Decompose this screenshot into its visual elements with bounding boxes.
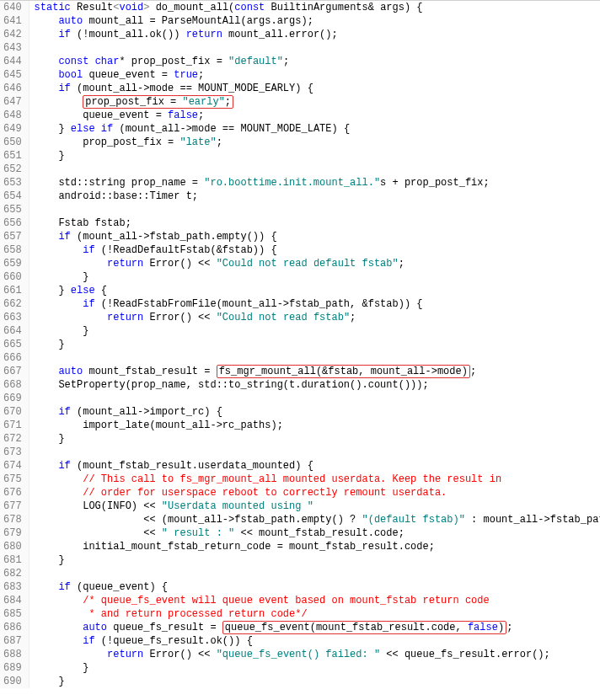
line-number: 683 — [3, 580, 22, 594]
line-number: 658 — [3, 243, 22, 257]
code-token — [35, 15, 59, 27]
code-line: prop_post_fix = "early"; — [35, 95, 600, 109]
code-token: ; — [283, 56, 289, 67]
code-token: if — [83, 635, 94, 647]
code-line: // This call to fs_mgr_mount_all mounted… — [35, 473, 600, 486]
code-token: android::base::Timer t; — [35, 190, 198, 202]
code-line: return Error() << "Could not read defaul… — [35, 257, 600, 270]
code-token: ; — [506, 622, 512, 633]
line-number: 640 — [3, 1, 22, 14]
code-line: if (queue_event) { — [35, 580, 600, 594]
line-number: 685 — [3, 607, 22, 621]
code-line: queue_event = false; — [35, 109, 600, 122]
code-token: return — [107, 258, 143, 270]
code-token: auto — [58, 15, 83, 27]
line-number: 642 — [3, 28, 22, 41]
code-token — [35, 649, 107, 660]
code-line: return Error() << "queue_fs_event() fail… — [35, 648, 600, 661]
code-line: if (!ReadFstabFromFile(mount_all->fstab_… — [35, 297, 600, 311]
code-token: else — [71, 285, 95, 297]
code-token: BuiltinArguments& args) { — [265, 2, 422, 13]
line-number: 676 — [3, 486, 22, 500]
line-number: 681 — [3, 553, 22, 567]
code-line: } else if (mount_all->mode == MOUNT_MODE… — [35, 122, 600, 136]
code-line: auto mount_all = ParseMountAll(args.args… — [35, 14, 600, 28]
code-token — [35, 298, 83, 310]
code-token: { — [95, 285, 107, 297]
code-token: } — [35, 325, 89, 337]
code-token: * and return processed return code*/ — [88, 608, 307, 620]
code-token: s + prop_post_fix; — [380, 177, 490, 189]
line-number: 679 — [3, 526, 22, 540]
line-number: 665 — [3, 338, 22, 351]
code-line: if (mount_fstab_result.userdata_mounted)… — [35, 459, 600, 473]
line-number: 652 — [3, 163, 22, 176]
code-token: return — [186, 29, 222, 40]
code-line: return Error() << "Could not read fstab"… — [35, 311, 600, 324]
code-line — [35, 41, 600, 55]
line-number: 675 — [3, 473, 22, 486]
code-token: "ro.boottime.init.mount_all." — [204, 177, 380, 189]
line-number: 655 — [3, 203, 22, 216]
code-token: mount_fstab_result = — [83, 366, 216, 377]
line-number: 662 — [3, 297, 22, 311]
line-number: 682 — [3, 567, 22, 580]
code-token: "queue_fs_event() failed: " — [217, 649, 380, 660]
code-token: char — [95, 56, 120, 67]
code-line: const char* prop_post_fix = "default"; — [35, 55, 600, 68]
code-token: queue_fs_result = — [107, 622, 222, 633]
code-token: do_mount_all( — [149, 2, 234, 13]
code-token: return — [107, 649, 143, 660]
line-number: 670 — [3, 405, 22, 419]
line-number: 657 — [3, 230, 22, 243]
code-token: Fstab fstab; — [35, 217, 131, 229]
code-token: : mount_all->fstab_path) — [465, 514, 600, 526]
line-number: 690 — [3, 675, 22, 688]
code-token: const — [58, 56, 88, 67]
code-token: "default" — [228, 56, 283, 67]
code-token: mount_all = ParseMountAll(args.args); — [83, 15, 313, 27]
code-token — [35, 487, 83, 499]
code-token: "late" — [179, 136, 216, 148]
code-token: (mount_fstab_result.userdata_mounted) { — [71, 460, 313, 472]
code-token: prop_post_fix = — [85, 96, 182, 108]
code-line: * and return processed return code*/ — [35, 607, 600, 621]
code-token: if — [83, 298, 94, 310]
code-line — [35, 446, 600, 459]
code-token — [35, 406, 59, 418]
line-number: 686 — [3, 621, 22, 634]
code-token: bool — [58, 69, 83, 81]
line-number: 688 — [3, 648, 22, 661]
code-token: } — [35, 662, 89, 674]
line-number: 674 — [3, 459, 22, 473]
line-number-gutter: 6406416426436446456466476486496506516526… — [0, 1, 29, 688]
code-line: } — [35, 432, 600, 446]
code-token: ; — [198, 110, 204, 121]
code-token — [35, 96, 83, 108]
code-token: "Could not read default fstab" — [217, 258, 399, 270]
code-token — [35, 460, 59, 472]
code-token: Result — [77, 2, 113, 13]
line-number: 684 — [3, 594, 22, 607]
code-token: "Could not read fstab" — [217, 312, 350, 323]
line-number: 687 — [3, 634, 22, 648]
code-token: LOG(INFO) << — [35, 500, 162, 512]
code-token: Error() << — [143, 258, 216, 270]
code-token: if — [58, 460, 70, 472]
line-number: 664 — [3, 324, 22, 338]
code-token — [35, 608, 89, 620]
code-token: SetProperty(prop_name, std::to_string(t.… — [35, 379, 429, 391]
code-line: } — [35, 553, 600, 567]
code-line: if (mount_all->mode == MOUNT_MODE_EARLY)… — [35, 82, 600, 95]
code-line: if (!queue_fs_result.ok()) { — [35, 634, 600, 648]
code-line: } — [35, 661, 600, 675]
code-token — [35, 69, 59, 81]
code-token — [35, 635, 83, 647]
code-token: (!queue_fs_result.ok()) { — [95, 635, 253, 647]
code-line — [35, 567, 600, 580]
code-line: SetProperty(prop_name, std::to_string(t.… — [35, 378, 600, 392]
code-token: return — [107, 312, 143, 323]
line-number: 666 — [3, 351, 22, 365]
code-token: mount_all.error(); — [222, 29, 338, 40]
code-area: static Result<void> do_mount_all(const B… — [29, 1, 600, 688]
